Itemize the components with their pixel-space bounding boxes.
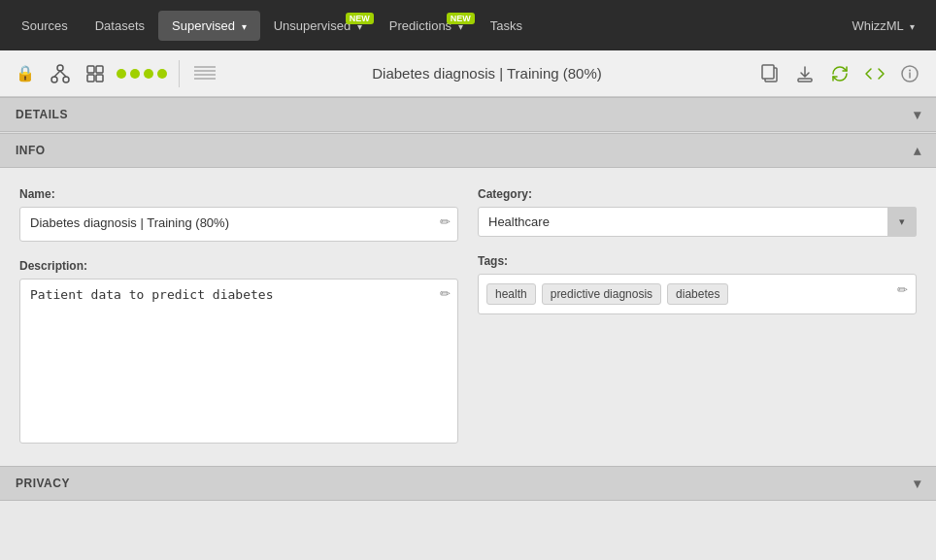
nav-supervised-label: Supervised	[172, 18, 235, 33]
info-section-header[interactable]: INFO ▴	[0, 133, 936, 168]
category-label: Category:	[478, 187, 917, 201]
predictions-badge: NEW	[447, 13, 475, 24]
tag-diabetes: diabetes	[667, 283, 728, 305]
right-column: Category: Healthcare ▾ Tags: health pred…	[478, 187, 917, 446]
navbar: Sources Datasets Supervised ▾ Unsupervis…	[0, 0, 936, 50]
privacy-section-header[interactable]: PRIVACY ▾	[0, 466, 936, 501]
nav-unsupervised[interactable]: Unsupervised ▾ NEW	[260, 11, 376, 41]
svg-rect-14	[762, 65, 774, 79]
tags-container: health predictive diagnosis diabetes ✏	[478, 274, 917, 314]
status-dots	[117, 69, 167, 79]
privacy-toggle-icon: ▾	[914, 476, 921, 491]
network-icon[interactable]	[47, 60, 74, 87]
svg-rect-8	[96, 75, 103, 82]
name-edit-icon[interactable]: ✏	[440, 214, 451, 229]
info-button[interactable]	[895, 59, 924, 88]
svg-rect-15	[798, 79, 812, 82]
svg-point-0	[57, 65, 63, 71]
dot-4	[157, 69, 167, 79]
tag-predictive-diagnosis: predictive diagnosis	[542, 283, 661, 305]
svg-point-18	[909, 69, 911, 71]
info-label: INFO	[16, 144, 46, 157]
nav-supervised[interactable]: Supervised ▾	[158, 11, 260, 41]
svg-point-1	[51, 77, 57, 82]
svg-point-2	[63, 77, 69, 82]
tag-health: health	[486, 283, 536, 305]
nav-tasks-label: Tasks	[490, 18, 522, 33]
name-field-group: Name: Diabetes diagnosis | Training (80%…	[19, 187, 458, 242]
nav-whizzml-label: WhizzML	[852, 18, 903, 33]
tags-field-group: Tags: health predictive diagnosis diabet…	[478, 254, 917, 314]
info-grid: Name: Diabetes diagnosis | Training (80%…	[19, 187, 917, 446]
category-field-group: Category: Healthcare ▾	[478, 187, 917, 237]
description-edit-icon[interactable]: ✏	[440, 286, 451, 301]
description-input-wrapper: ✏	[19, 279, 458, 446]
toolbar: 🔒 Diabetes diagnosis | Tra	[0, 50, 936, 97]
svg-rect-5	[87, 66, 94, 73]
download-button[interactable]	[790, 59, 819, 88]
nav-predictions[interactable]: Predictions ▾ NEW	[376, 11, 477, 41]
tags-label: Tags:	[478, 254, 917, 268]
dot-3	[144, 69, 153, 79]
svg-rect-7	[87, 75, 94, 82]
tags-edit-icon[interactable]: ✏	[897, 282, 908, 297]
nav-sources-label: Sources	[21, 18, 68, 33]
dot-2	[130, 69, 140, 79]
split-icon[interactable]	[191, 60, 218, 87]
svg-rect-6	[96, 66, 103, 73]
description-textarea[interactable]	[19, 279, 458, 444]
toolbar-divider-1	[179, 60, 180, 87]
description-field-group: Description: ✏	[19, 259, 458, 446]
privacy-label: PRIVACY	[16, 477, 70, 490]
grid-icon[interactable]	[82, 60, 109, 87]
info-toggle-icon: ▴	[914, 143, 921, 158]
category-wrapper: Healthcare ▾	[478, 207, 917, 237]
lock-icon[interactable]: 🔒	[12, 60, 39, 87]
nav-datasets[interactable]: Datasets	[82, 11, 158, 41]
unsupervised-badge: NEW	[346, 13, 374, 24]
copy-button[interactable]	[755, 59, 785, 88]
svg-line-3	[54, 71, 60, 77]
details-section-header[interactable]: DETAILS ▾	[0, 97, 936, 132]
nav-tasks[interactable]: Tasks	[477, 11, 536, 41]
nav-datasets-label: Datasets	[95, 18, 145, 33]
content: DETAILS ▾ INFO ▴ Name: Diabetes diagnosi…	[0, 97, 936, 501]
toolbar-title: Diabetes diagnosis | Training (80%)	[226, 65, 748, 82]
name-label: Name:	[19, 187, 458, 201]
nav-sources[interactable]: Sources	[8, 11, 82, 41]
refresh-button[interactable]	[825, 59, 854, 88]
code-button[interactable]	[860, 59, 889, 88]
nav-predictions-label: Predictions	[389, 18, 451, 33]
dot-1	[117, 69, 126, 79]
whizzml-dropdown-arrow: ▾	[910, 21, 915, 32]
details-toggle-icon: ▾	[914, 107, 921, 122]
toolbar-right	[755, 59, 924, 88]
name-input-wrapper: Diabetes diagnosis | Training (80%) ✏	[19, 207, 458, 242]
details-label: DETAILS	[16, 108, 68, 121]
nav-unsupervised-label: Unsupervised	[274, 18, 351, 33]
left-column: Name: Diabetes diagnosis | Training (80%…	[19, 187, 458, 446]
svg-line-4	[60, 71, 66, 77]
category-select[interactable]: Healthcare	[478, 207, 917, 237]
nav-whizzml[interactable]: WhizzML ▾	[838, 11, 928, 41]
name-value: Diabetes diagnosis | Training (80%)	[19, 207, 458, 242]
info-section-body: Name: Diabetes diagnosis | Training (80%…	[0, 168, 936, 466]
supervised-dropdown-arrow: ▾	[242, 21, 247, 32]
description-label: Description:	[19, 259, 458, 273]
